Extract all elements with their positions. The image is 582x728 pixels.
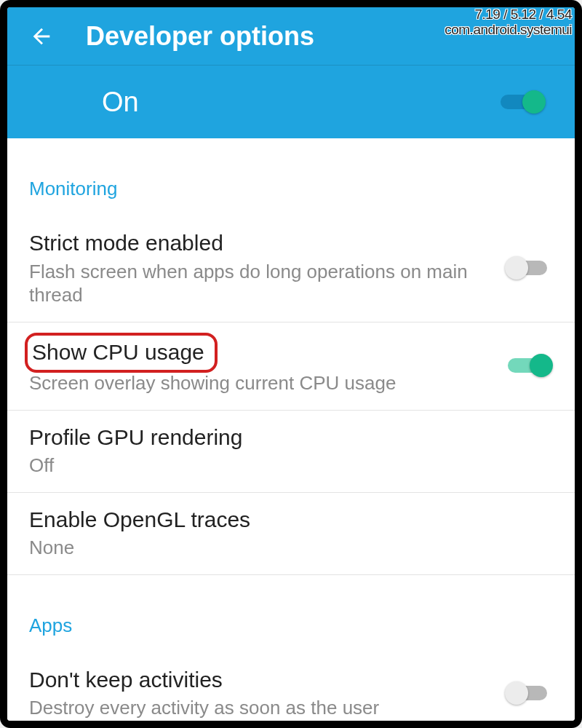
setting-title: Show CPU usage bbox=[29, 336, 490, 369]
show-cpu-usage-toggle[interactable] bbox=[505, 354, 553, 377]
arrow-back-icon bbox=[29, 24, 54, 49]
setting-profile-gpu-rendering[interactable]: Profile GPU rendering Off bbox=[7, 411, 575, 493]
setting-subtitle: Destroy every activity as soon as the us… bbox=[29, 696, 490, 720]
master-toggle-row[interactable]: On bbox=[7, 66, 575, 138]
page-title: Developer options bbox=[86, 21, 314, 52]
section-header-apps: Apps bbox=[7, 575, 575, 653]
highlight-annotation: Show CPU usage bbox=[25, 333, 218, 373]
setting-title: Enable OpenGL traces bbox=[29, 506, 538, 534]
section-header-monitoring: Monitoring bbox=[7, 138, 575, 216]
setting-subtitle: Flash screen when apps do long operation… bbox=[29, 260, 490, 307]
back-button[interactable] bbox=[29, 24, 54, 49]
setting-strict-mode[interactable]: Strict mode enabled Flash screen when ap… bbox=[7, 216, 575, 323]
setting-dont-keep-activities[interactable]: Don't keep activities Destroy every acti… bbox=[7, 653, 575, 729]
dont-keep-activities-toggle[interactable] bbox=[505, 681, 553, 705]
setting-subtitle: None bbox=[29, 536, 538, 560]
setting-subtitle: Screen overlay showing current CPU usage bbox=[29, 371, 490, 395]
master-toggle[interactable] bbox=[498, 90, 546, 114]
strict-mode-toggle[interactable] bbox=[505, 256, 553, 280]
setting-title: Profile GPU rendering bbox=[29, 424, 538, 451]
master-toggle-label: On bbox=[102, 87, 139, 118]
cpu-load-line: 7.19 / 5.12 / 4.54 bbox=[445, 7, 572, 23]
cpu-usage-overlay: 7.19 / 5.12 / 4.54 com.android.systemui bbox=[445, 7, 572, 38]
setting-title: Don't keep activities bbox=[29, 666, 490, 694]
cpu-process-line: com.android.systemui bbox=[445, 23, 572, 38]
setting-enable-opengl-traces[interactable]: Enable OpenGL traces None bbox=[7, 493, 575, 575]
setting-subtitle: Off bbox=[29, 454, 538, 478]
setting-title: Strict mode enabled bbox=[29, 229, 490, 257]
setting-show-cpu-usage[interactable]: Show CPU usage Screen overlay showing cu… bbox=[7, 323, 575, 411]
